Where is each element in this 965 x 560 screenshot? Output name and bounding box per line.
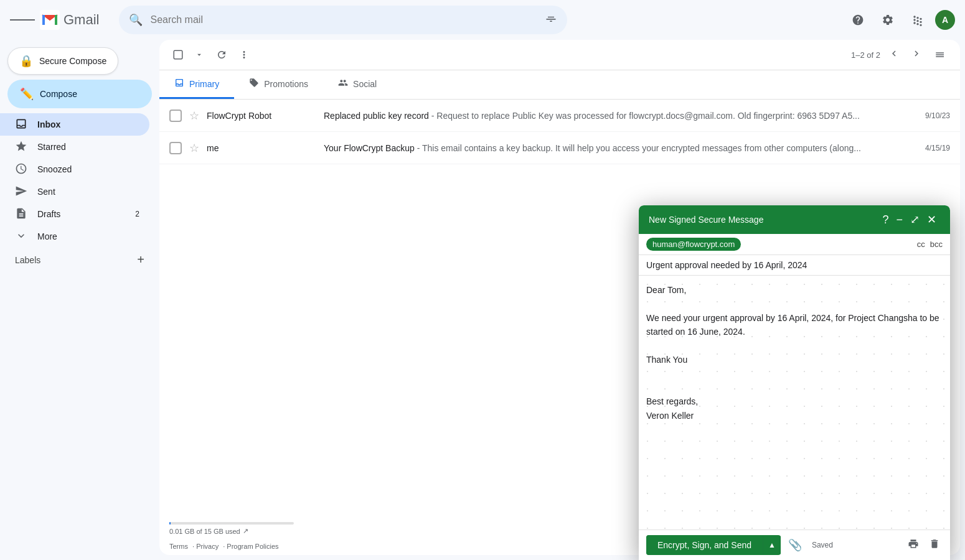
- inbox-icon: [15, 118, 27, 132]
- avatar[interactable]: A: [935, 10, 955, 30]
- gmail-logo: Gmail: [40, 10, 99, 30]
- email-star-1[interactable]: ☆: [189, 141, 199, 155]
- tab-social-label: Social: [353, 79, 377, 89]
- hamburger-menu-button[interactable]: [10, 7, 35, 32]
- sidebar-item-drafts[interactable]: Drafts 2: [0, 203, 149, 225]
- compose-expand-button[interactable]: ⤢: [906, 212, 923, 228]
- compose-print-button[interactable]: [905, 536, 921, 555]
- sidebar-item-more[interactable]: More: [0, 225, 149, 248]
- search-input[interactable]: [150, 14, 537, 26]
- send-options-button[interactable]: ▲: [763, 536, 781, 554]
- send-icon: [15, 185, 27, 199]
- email-checkbox-1[interactable]: [169, 142, 182, 154]
- email-star-0[interactable]: ☆: [189, 109, 199, 123]
- compose-button[interactable]: ✏️ Compose: [7, 80, 152, 108]
- saved-label: Saved: [812, 541, 833, 549]
- email-body-0: - Request to replace Public Key was proc…: [429, 111, 860, 121]
- topbar: Gmail 🔍 A: [0, 0, 965, 40]
- compose-subject-row[interactable]: Urgent approval needed by 16 April, 2024: [639, 255, 950, 276]
- email-row[interactable]: ☆ FlowCrypt Robot Replaced public key re…: [159, 100, 960, 132]
- lock-icon: 🔒: [19, 54, 33, 68]
- sidebar-item-snoozed[interactable]: Snoozed: [0, 158, 149, 180]
- compose-body[interactable]: Dear Tom, We need your urgent approval b…: [639, 276, 950, 530]
- promotions-tab-icon: [249, 78, 259, 90]
- labels-title: Labels: [15, 255, 40, 265]
- labels-add-button[interactable]: +: [137, 253, 144, 267]
- compose-delete-button[interactable]: [926, 536, 943, 555]
- compose-cc-label[interactable]: cc: [917, 240, 925, 249]
- storage-fill: [169, 522, 171, 525]
- compose-window: New Signed Secure Message ? − ⤢ ✕ human@…: [639, 205, 950, 560]
- star-icon: [15, 140, 27, 154]
- topbar-right: A: [845, 7, 955, 32]
- tab-promotions[interactable]: Promotions: [234, 70, 323, 99]
- compose-header[interactable]: New Signed Secure Message ? − ⤢ ✕: [639, 205, 950, 234]
- compose-footer: Encrypt, Sign, and Send ▲ 📎 Saved: [639, 530, 950, 560]
- compose-minimize-button[interactable]: −: [892, 212, 906, 228]
- compose-bcc-label[interactable]: bcc: [930, 240, 943, 249]
- sidebar: 🔒 Secure Compose ✏️ Compose Inbox Starre…: [0, 40, 159, 560]
- privacy-link[interactable]: Privacy: [196, 543, 219, 550]
- drafts-badge: 2: [135, 210, 139, 218]
- email-subject-1: Your FlowCrypt Backup: [324, 143, 415, 153]
- more-label: More: [37, 231, 57, 241]
- email-row[interactable]: ☆ me Your FlowCrypt Backup - This email …: [159, 132, 960, 164]
- compose-to-input[interactable]: [746, 240, 911, 250]
- more-options-button[interactable]: [234, 45, 254, 65]
- select-dropdown-button[interactable]: [189, 45, 209, 65]
- draft-icon: [15, 207, 27, 222]
- storage-link-icon[interactable]: ↗: [243, 527, 248, 535]
- tabs: Primary Promotions Social: [159, 70, 960, 100]
- help-button[interactable]: [845, 7, 870, 32]
- storage-track: [169, 522, 294, 525]
- drafts-label: Drafts: [37, 209, 60, 219]
- sidebar-item-starred[interactable]: Starred: [0, 136, 149, 158]
- settings-button[interactable]: [875, 7, 900, 32]
- compose-help-button[interactable]: ?: [878, 212, 892, 228]
- gmail-m-icon: [40, 10, 60, 30]
- email-sender-0: FlowCrypt Robot: [207, 111, 319, 121]
- inbox-label: Inbox: [37, 119, 60, 129]
- compose-title: New Signed Secure Message: [649, 215, 878, 225]
- sidebar-item-inbox[interactable]: Inbox: [0, 113, 149, 136]
- compose-footer-right: [905, 536, 943, 555]
- pagination-prev-button[interactable]: [885, 46, 903, 63]
- compose-subject-text: Urgent approval needed by 16 April, 2024: [646, 260, 807, 270]
- email-date-1: 4/15/19: [919, 144, 950, 152]
- apps-button[interactable]: [905, 7, 930, 32]
- tab-primary-label: Primary: [189, 79, 219, 89]
- view-toggle-button[interactable]: [930, 45, 950, 65]
- social-tab-icon: [338, 78, 348, 90]
- svg-rect-4: [55, 15, 57, 25]
- send-button[interactable]: Encrypt, Sign, and Send: [646, 535, 763, 555]
- refresh-button[interactable]: [212, 45, 232, 65]
- email-sender-1: me: [207, 143, 319, 153]
- tab-social[interactable]: Social: [323, 70, 392, 99]
- tab-primary[interactable]: Primary: [159, 70, 234, 99]
- program-policies-link[interactable]: Program Policies: [227, 543, 278, 550]
- compose-to-chip: human@flowcrypt.com: [646, 238, 741, 251]
- expand-icon: [15, 230, 27, 244]
- email-snippet-1: Your FlowCrypt Backup - This email conta…: [324, 143, 914, 153]
- terms-link[interactable]: Terms: [169, 543, 188, 550]
- attachment-button[interactable]: 📎: [786, 536, 804, 554]
- secure-compose-label: Secure Compose: [39, 56, 106, 66]
- compose-close-button[interactable]: ✕: [923, 212, 940, 228]
- tab-promotions-label: Promotions: [264, 79, 308, 89]
- email-snippet-0: Replaced public key record - Request to …: [324, 111, 914, 121]
- email-checkbox-0[interactable]: [169, 110, 182, 122]
- toolbar-right: 1–2 of 2: [851, 45, 950, 65]
- sidebar-item-sent[interactable]: Sent: [0, 180, 149, 203]
- select-all-checkbox[interactable]: [169, 46, 187, 63]
- pagination-info: 1–2 of 2: [851, 50, 880, 60]
- email-date-0: 9/10/23: [919, 111, 950, 120]
- secure-compose-button[interactable]: 🔒 Secure Compose: [7, 47, 118, 75]
- compose-to-row[interactable]: human@flowcrypt.com cc bcc: [639, 234, 950, 255]
- search-bar[interactable]: 🔍: [119, 6, 567, 34]
- pagination-next-button[interactable]: [908, 46, 925, 63]
- mail-toolbar: 1–2 of 2: [159, 40, 960, 70]
- search-filter-button[interactable]: [545, 12, 557, 28]
- compose-label: Compose: [40, 89, 77, 99]
- edit-icon: ✏️: [20, 87, 34, 101]
- email-subject-0: Replaced public key record: [324, 111, 429, 121]
